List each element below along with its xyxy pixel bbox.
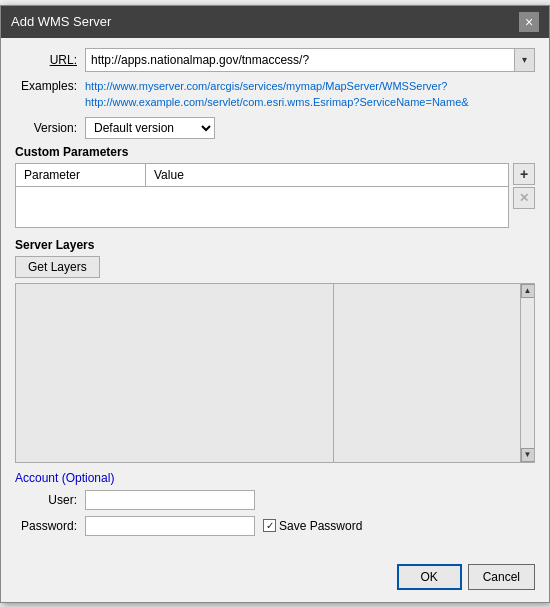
example-line-2: http://www.example.com/servlet/com.esri.…: [85, 94, 535, 111]
custom-params-title: Custom Parameters: [15, 145, 535, 159]
layers-left-panel: [16, 284, 334, 462]
close-button[interactable]: ×: [519, 12, 539, 32]
value-col-header: Value: [146, 164, 508, 186]
params-row: Parameter Value + ✕: [15, 163, 535, 236]
examples-label: Examples:: [15, 78, 85, 111]
user-label: User:: [15, 493, 85, 507]
examples-text: http://www.myserver.com/arcgis/services/…: [85, 78, 535, 111]
url-label: URL:: [15, 53, 85, 67]
dialog-title: Add WMS Server: [11, 14, 111, 29]
url-input[interactable]: [86, 50, 514, 70]
scroll-down-arrow[interactable]: ▼: [521, 448, 535, 462]
get-layers-button[interactable]: Get Layers: [15, 256, 100, 278]
params-body: [16, 187, 508, 227]
url-row: URL: ▾: [15, 48, 535, 72]
server-layers-section: Server Layers Get Layers ▲ ▼: [15, 238, 535, 463]
save-password-text: Save Password: [279, 519, 362, 533]
scrollbar: ▲ ▼: [520, 284, 534, 462]
params-buttons: + ✕: [513, 163, 535, 211]
title-bar: Add WMS Server ×: [1, 6, 549, 38]
server-layers-title: Server Layers: [15, 238, 535, 252]
url-input-wrapper: ▾: [85, 48, 535, 72]
add-wms-server-dialog: Add WMS Server × URL: ▾ Examples: http:/…: [0, 5, 550, 603]
cancel-button[interactable]: Cancel: [468, 564, 535, 590]
password-input[interactable]: [85, 516, 255, 536]
account-title: Account (Optional): [15, 471, 535, 485]
dialog-body: URL: ▾ Examples: http://www.myserver.com…: [1, 38, 549, 556]
examples-row: Examples: http://www.myserver.com/arcgis…: [15, 78, 535, 111]
layers-panels: ▲ ▼: [15, 283, 535, 463]
password-row: Password: ✓ Save Password: [15, 516, 535, 536]
remove-param-button[interactable]: ✕: [513, 187, 535, 209]
user-row: User:: [15, 490, 535, 510]
save-password-checkbox[interactable]: ✓: [263, 519, 276, 532]
version-select[interactable]: Default version 1.0.0 1.1.0 1.1.1 1.3.0: [85, 117, 215, 139]
add-param-button[interactable]: +: [513, 163, 535, 185]
version-label: Version:: [15, 121, 85, 135]
version-row: Version: Default version 1.0.0 1.1.0 1.1…: [15, 117, 535, 139]
url-dropdown-arrow[interactable]: ▾: [514, 49, 534, 71]
params-table-header: Parameter Value: [16, 164, 508, 187]
password-label: Password:: [15, 519, 85, 533]
scroll-up-arrow[interactable]: ▲: [521, 284, 535, 298]
account-section: Account (Optional) User: Password: ✓ Sav…: [15, 471, 535, 536]
param-col-header: Parameter: [16, 164, 146, 186]
layers-right-panel: ▲ ▼: [334, 284, 534, 462]
user-input[interactable]: [85, 490, 255, 510]
example-line-1: http://www.myserver.com/arcgis/services/…: [85, 78, 535, 95]
dialog-footer: OK Cancel: [1, 556, 549, 602]
ok-button[interactable]: OK: [397, 564, 462, 590]
params-table: Parameter Value: [15, 163, 509, 228]
save-password-label[interactable]: ✓ Save Password: [263, 519, 362, 533]
